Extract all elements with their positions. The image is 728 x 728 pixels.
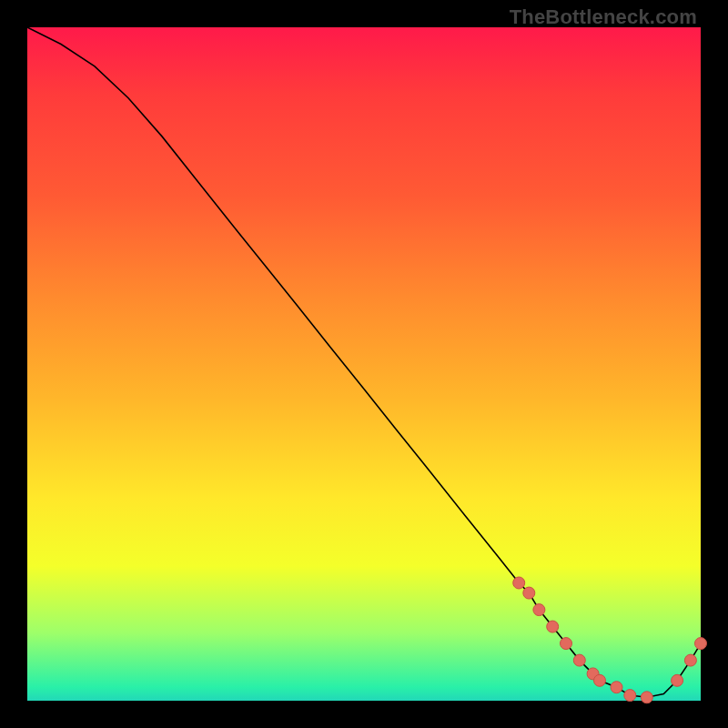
data-marker: [624, 690, 636, 702]
data-marker: [672, 674, 683, 686]
data-marker: [611, 682, 622, 693]
curve-line: [27, 27, 701, 697]
chart-svg: [27, 27, 701, 701]
data-marker: [547, 621, 559, 632]
data-marker: [523, 587, 535, 599]
data-marker: [641, 692, 652, 703]
data-marker: [684, 654, 696, 666]
data-marker: [573, 654, 585, 666]
data-marker: [594, 674, 606, 686]
plot-area: [27, 27, 701, 701]
data-marker: [561, 638, 572, 650]
data-marker: [513, 577, 525, 589]
chart-stage: TheBottleneck.com: [0, 0, 728, 728]
data-marker: [533, 604, 545, 616]
chart-title: TheBottleneck.com: [510, 5, 697, 29]
data-marker: [695, 638, 707, 650]
